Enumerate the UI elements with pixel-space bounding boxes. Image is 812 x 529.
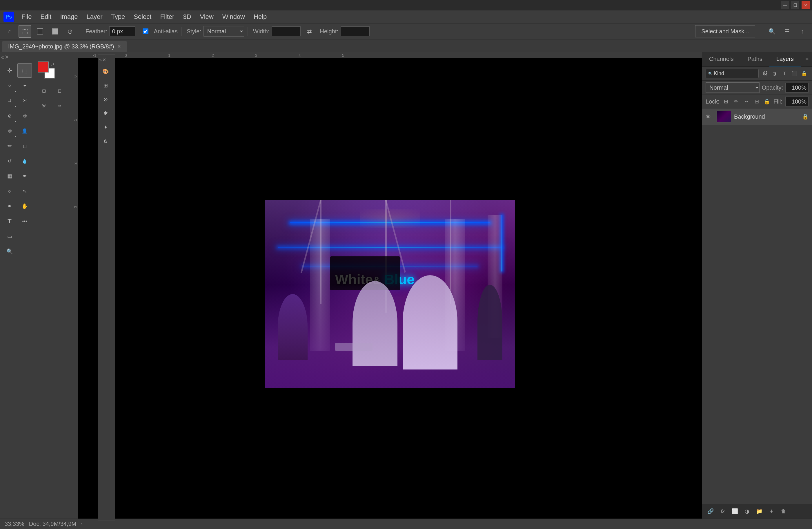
tab-channels[interactable]: Channels — [702, 52, 741, 67]
photo-canvas[interactable]: White& Blue — [265, 200, 515, 388]
mini-tool-4[interactable]: ✱ — [99, 107, 112, 120]
mini-panel-collapse-btn[interactable]: » — [99, 57, 102, 63]
layer-visibility-btn[interactable]: 👁 — [706, 114, 714, 120]
blur-tool-btn[interactable]: 💧 — [17, 154, 32, 168]
eyedropper-tool-btn[interactable]: ⊘ — [2, 109, 17, 123]
pen-freeform-btn[interactable]: ✒ — [17, 169, 32, 183]
color-sampler-btn[interactable]: ✙ — [17, 109, 32, 123]
menu-edit[interactable]: Edit — [36, 11, 55, 22]
height-input[interactable] — [340, 26, 369, 36]
dodge-tool-btn[interactable]: ○ — [2, 184, 17, 198]
feather-input[interactable] — [109, 26, 135, 36]
status-arrow-btn[interactable]: › — [81, 521, 83, 527]
fx-btn[interactable]: fx — [718, 506, 728, 516]
antialias-checkbox[interactable] — [143, 28, 148, 34]
artboard-btn[interactable]: ⊞ — [37, 84, 51, 98]
pen-tool-btn[interactable]: ✒ — [2, 199, 17, 213]
background-color-btn[interactable] — [49, 25, 61, 38]
add-mask-btn[interactable]: ⬜ — [730, 506, 740, 516]
lock-artboard-btn[interactable]: ⊟ — [753, 98, 760, 105]
history-brush-btn[interactable]: ↺ — [2, 154, 17, 168]
stamp-tool-btn[interactable]: 👤 — [17, 124, 32, 138]
swap-colors-btn[interactable]: ⇄ — [51, 62, 55, 67]
menu-image[interactable]: Image — [56, 11, 82, 22]
mini-tool-3[interactable]: ⊗ — [99, 93, 112, 106]
mini-panel-close-btn[interactable]: ✕ — [102, 57, 106, 63]
new-group-btn[interactable]: 📁 — [754, 506, 764, 516]
menu-file[interactable]: File — [17, 11, 36, 22]
crop-tool-btn[interactable]: ⌗ — [2, 94, 17, 108]
type-tool-btn[interactable]: T — [2, 214, 17, 229]
lasso-tool-btn[interactable]: ○ — [2, 78, 17, 93]
lock-pixels-btn[interactable]: ✏ — [733, 98, 740, 105]
layer-row-background[interactable]: 👁 Background 🔒 — [702, 109, 812, 125]
more-tools-btn[interactable]: ••• — [17, 214, 32, 229]
mini-tool-fx[interactable]: fx — [99, 135, 112, 148]
fill-input[interactable] — [785, 97, 809, 106]
marquee-rect-btn[interactable]: ⬚ — [17, 63, 32, 78]
filter-pixel-btn[interactable]: 🖼 — [760, 69, 769, 78]
doc-tab-close[interactable]: ✕ — [117, 44, 121, 49]
workspace-button[interactable]: ☰ — [781, 25, 794, 38]
home-button[interactable]: ⌂ — [3, 25, 16, 38]
menu-type[interactable]: Type — [107, 11, 129, 22]
lock-position-btn[interactable]: ↔ — [743, 98, 750, 105]
marquee-tool-btn[interactable]: ⬚ — [18, 25, 31, 38]
mini-tool-2[interactable]: ⊞ — [99, 79, 112, 92]
path-select-btn[interactable]: ↖ — [17, 184, 32, 198]
brush-tool-btn[interactable]: ✏ — [2, 139, 17, 153]
width-input[interactable] — [272, 26, 301, 36]
mini-tool-5[interactable]: ✦ — [99, 121, 112, 134]
filter-shape-btn[interactable]: ⬛ — [790, 69, 799, 78]
quick-mask-btn[interactable]: ◷ — [64, 25, 76, 38]
new-layer-btn[interactable]: + — [767, 506, 776, 516]
slice-tool-btn[interactable]: ✂ — [17, 94, 32, 108]
left-panel-collapse-btn[interactable]: « — [1, 54, 4, 60]
share-button[interactable]: ↑ — [796, 25, 809, 38]
menu-window[interactable]: Window — [218, 11, 249, 22]
gradient-tool-btn[interactable]: ▦ — [2, 169, 17, 183]
menu-select[interactable]: Select — [130, 11, 155, 22]
menu-3d[interactable]: 3D — [179, 11, 195, 22]
mini-tool-1[interactable]: 🎨 — [99, 65, 112, 78]
move-tool-btn[interactable]: ✛ — [2, 63, 17, 78]
search-button[interactable]: 🔍 — [766, 25, 778, 38]
rectangle-shape-btn[interactable]: ▭ — [2, 229, 17, 244]
eraser-tool-btn[interactable]: ◻ — [17, 139, 32, 153]
swap-dimensions-btn[interactable]: ⇄ — [303, 25, 316, 38]
fg-color-swatch[interactable] — [38, 61, 49, 72]
zoom-tool-btn[interactable]: 🔍 — [2, 244, 17, 259]
tab-paths[interactable]: Paths — [741, 52, 769, 67]
style-select[interactable]: Normal Fixed Ratio Fixed Size — [203, 26, 244, 37]
filter-type-btn[interactable]: T — [780, 69, 789, 78]
link-layers-btn[interactable]: 🔗 — [706, 506, 715, 516]
lock-all-btn[interactable]: 🔒 — [763, 98, 770, 105]
menu-help[interactable]: Help — [250, 11, 271, 22]
menu-view[interactable]: View — [196, 11, 217, 22]
tab-layers[interactable]: Layers — [769, 52, 801, 67]
lock-transparent-btn[interactable]: ⊞ — [722, 98, 730, 105]
opacity-input[interactable] — [785, 83, 809, 92]
foreground-color-btn[interactable] — [34, 25, 46, 38]
document-tab[interactable]: IMG_2949~photo.jpg @ 33,3% (RGB/8#) ✕ — [2, 41, 127, 52]
adjustment-btn[interactable]: ◑ — [742, 506, 752, 516]
magic-wand-btn[interactable]: ✦ — [17, 78, 32, 93]
compass-btn[interactable]: ✳ — [37, 99, 51, 113]
filter-smartobj-btn[interactable]: 🔒 — [800, 69, 809, 78]
grass-btn[interactable]: ≋ — [52, 99, 67, 113]
left-panel-close-btn[interactable]: ✕ — [5, 54, 9, 60]
minimize-button[interactable]: — — [781, 1, 789, 9]
maximize-button[interactable]: ❐ — [791, 1, 799, 9]
filter-kind-input[interactable] — [714, 70, 756, 76]
close-button[interactable]: ✕ — [801, 1, 810, 9]
frame-btn[interactable]: ⊟ — [52, 84, 67, 98]
panel-menu-btn[interactable]: ≡ — [802, 52, 812, 67]
blend-mode-select[interactable]: Normal Dissolve Multiply Screen Overlay — [706, 82, 759, 93]
delete-layer-btn[interactable]: 🗑 — [779, 506, 788, 516]
menu-filter[interactable]: Filter — [156, 11, 178, 22]
select-mask-button[interactable]: Select and Mask... — [695, 25, 755, 38]
heal-tool-btn[interactable]: ✙ — [2, 124, 17, 138]
menu-layer[interactable]: Layer — [83, 11, 107, 22]
hand-tool-btn[interactable]: ✋ — [17, 199, 32, 213]
filter-adjustment-btn[interactable]: ◑ — [770, 69, 779, 78]
